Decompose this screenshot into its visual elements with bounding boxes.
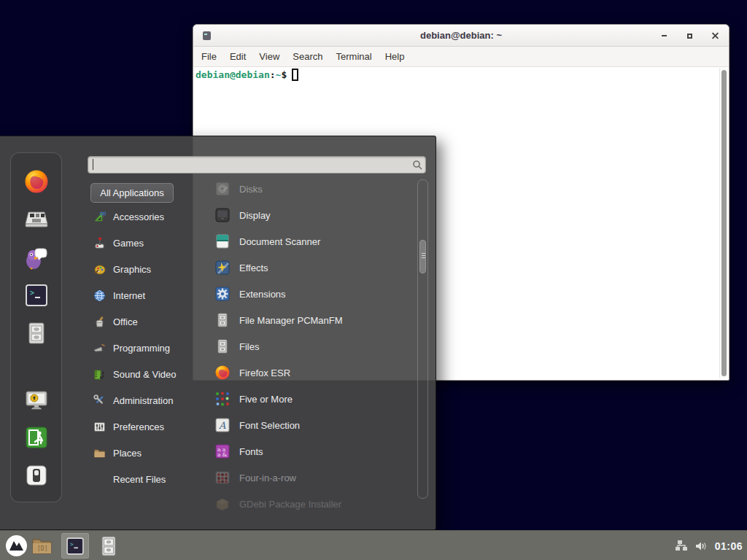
category-games[interactable]: Games bbox=[90, 230, 200, 256]
shutdown-button[interactable] bbox=[23, 462, 50, 489]
category-places[interactable]: Places bbox=[90, 440, 200, 466]
prompt-path: ~ bbox=[276, 69, 282, 80]
app-extensions[interactable]: Extensions bbox=[209, 281, 414, 307]
svg-text:[D]: [D] bbox=[37, 545, 47, 552]
scrollbar-grip bbox=[422, 253, 425, 260]
menu-terminal[interactable]: Terminal bbox=[330, 48, 379, 65]
app-file-manager-pcmanfm[interactable]: File Manager PCManFM bbox=[209, 307, 414, 333]
application-menu-button[interactable] bbox=[5, 534, 28, 557]
minimize-button[interactable] bbox=[659, 31, 669, 41]
file-cabinet-icon bbox=[214, 312, 231, 328]
menu-file[interactable]: File bbox=[195, 48, 223, 65]
favorite-file-manager-button[interactable] bbox=[23, 320, 50, 346]
clock[interactable]: 01:06 bbox=[715, 540, 743, 552]
games-icon bbox=[93, 237, 106, 249]
firefox-icon bbox=[23, 168, 50, 195]
file-cabinet-icon bbox=[23, 320, 50, 346]
category-recent-files[interactable]: Recent Files bbox=[90, 466, 200, 492]
document-scanner-icon bbox=[214, 233, 231, 249]
terminal-cursor bbox=[292, 69, 298, 81]
lock-screen-button[interactable] bbox=[23, 386, 50, 413]
app-font-selection[interactable]: A Font Selection bbox=[209, 412, 414, 438]
fonts-icon: a a a & bbox=[214, 443, 231, 459]
close-icon bbox=[712, 33, 719, 39]
menu-help[interactable]: Help bbox=[379, 48, 411, 65]
disks-icon bbox=[214, 181, 231, 197]
effects-icon bbox=[214, 260, 231, 276]
lock-screen-icon bbox=[23, 386, 50, 413]
application-list: Disks Display Document Scanner bbox=[209, 176, 414, 515]
close-button[interactable] bbox=[711, 31, 720, 41]
logout-button[interactable] bbox=[23, 424, 50, 451]
minimize-icon bbox=[662, 35, 667, 36]
app-document-scanner[interactable]: Document Scanner bbox=[209, 228, 414, 254]
five-or-more-icon bbox=[214, 391, 231, 407]
terminal-scrollbar-thumb[interactable] bbox=[721, 70, 727, 376]
gdebi-icon bbox=[214, 496, 231, 512]
app-effects[interactable]: Effects bbox=[209, 254, 414, 281]
all-applications-button[interactable]: All Applications bbox=[90, 183, 174, 203]
keyboard-icon bbox=[23, 206, 50, 233]
favorite-terminal-button[interactable]: > bbox=[23, 282, 50, 308]
firefox-icon bbox=[214, 365, 231, 381]
shell-prompt: debian@debian:~$ bbox=[196, 69, 298, 81]
file-cabinet-icon bbox=[99, 536, 118, 556]
svg-text:>: > bbox=[30, 289, 34, 297]
svg-text:a &: a & bbox=[217, 451, 228, 458]
terminal-icon: > bbox=[23, 282, 50, 308]
terminal-scrollbar[interactable] bbox=[719, 68, 728, 378]
menu-scrollbar-thumb[interactable] bbox=[419, 240, 426, 273]
terminal-title: debian@debian: ~ bbox=[193, 30, 729, 41]
extensions-icon bbox=[214, 286, 231, 302]
prompt-user-host: debian@debian bbox=[196, 69, 270, 80]
office-icon bbox=[93, 316, 106, 328]
app-files[interactable]: Files bbox=[209, 333, 414, 359]
favorites-panel: > bbox=[10, 152, 62, 502]
taskbar-file-manager-launcher[interactable]: [D] bbox=[31, 536, 53, 556]
svg-text:>: > bbox=[70, 541, 74, 548]
terminal-titlebar[interactable]: debian@debian: ~ bbox=[193, 25, 729, 47]
app-disks[interactable]: Disks bbox=[209, 176, 414, 202]
app-fonts[interactable]: a a a & Fonts bbox=[209, 438, 414, 464]
volume-icon[interactable] bbox=[695, 540, 708, 552]
app-four-in-a-row[interactable]: Four-in-a-row bbox=[209, 464, 414, 491]
administration-icon bbox=[93, 394, 106, 407]
category-accessories[interactable]: Accessories bbox=[90, 203, 200, 230]
category-sound-video[interactable]: Sound & Video bbox=[90, 361, 200, 387]
app-five-or-more[interactable]: Five or More bbox=[209, 386, 414, 412]
menu-edit[interactable]: Edit bbox=[223, 48, 252, 65]
logout-icon bbox=[23, 424, 50, 451]
file-cabinet-icon bbox=[214, 338, 231, 354]
app-firefox-esr[interactable]: Firefox ESR bbox=[209, 359, 414, 386]
app-display[interactable]: Display bbox=[209, 202, 414, 228]
preferences-icon bbox=[93, 421, 106, 433]
category-programming[interactable]: Programming bbox=[90, 335, 200, 361]
category-graphics[interactable]: Graphics bbox=[90, 256, 200, 282]
app-gdebi-package-installer[interactable]: GDebi Package Installer bbox=[209, 491, 414, 515]
menu-view[interactable]: View bbox=[252, 48, 286, 65]
favorite-keyboard-button[interactable] bbox=[23, 206, 50, 233]
recent-files-no-icon bbox=[93, 473, 106, 486]
maximize-button[interactable] bbox=[685, 31, 694, 41]
favorite-pidgin-button[interactable] bbox=[23, 244, 50, 271]
taskbar-terminal-button[interactable]: > bbox=[61, 533, 89, 559]
font-selection-icon: A bbox=[214, 417, 231, 433]
four-in-a-row-icon bbox=[214, 470, 231, 486]
debian-menu-icon bbox=[5, 534, 28, 557]
category-internet[interactable]: Internet bbox=[90, 282, 200, 308]
taskbar-files-button[interactable] bbox=[99, 536, 118, 556]
pidgin-icon bbox=[23, 244, 50, 271]
terminal-menubar: File Edit View Search Terminal Help bbox=[193, 47, 729, 67]
internet-icon bbox=[93, 289, 106, 302]
application-menu: > bbox=[0, 136, 436, 530]
search-input[interactable] bbox=[88, 156, 426, 174]
category-office[interactable]: Office bbox=[90, 308, 200, 335]
menu-scrollbar[interactable] bbox=[417, 179, 428, 499]
network-icon[interactable] bbox=[675, 540, 689, 552]
category-preferences[interactable]: Preferences bbox=[90, 413, 200, 440]
search-caret bbox=[93, 159, 93, 170]
menu-search[interactable]: Search bbox=[286, 48, 329, 65]
category-administration[interactable]: Administration bbox=[90, 387, 200, 413]
favorite-firefox-button[interactable] bbox=[23, 168, 50, 195]
shutdown-icon bbox=[23, 462, 50, 489]
